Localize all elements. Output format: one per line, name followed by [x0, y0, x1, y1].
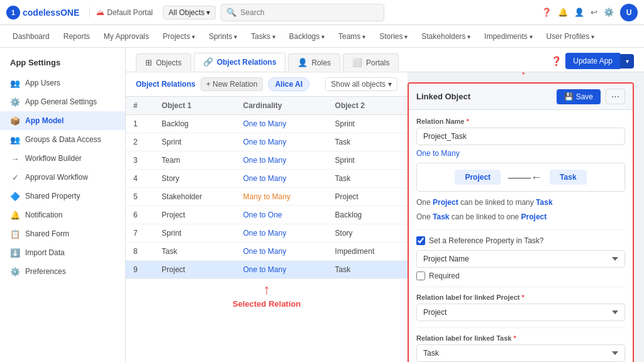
table-row[interactable]: 1 Backlog One to Many Sprint: [126, 115, 408, 133]
nav-sprints[interactable]: Sprints: [203, 28, 243, 45]
app-name: codelessONE: [23, 8, 79, 18]
search-bar[interactable]: 🔍: [221, 4, 384, 21]
nav-dashboard[interactable]: Dashboard: [6, 28, 56, 45]
save-label: Save: [576, 92, 593, 101]
relations-table-wrapper: # Object 1 Cardinality Object 2 1 Backlo…: [126, 97, 408, 362]
relation-label-project-select[interactable]: Project: [416, 304, 625, 321]
table-row[interactable]: 8 Task One to Many Impediment: [126, 243, 408, 261]
settings-icon[interactable]: ⚙️: [604, 8, 614, 17]
show-all-objects-button[interactable]: Show all objects ▾: [325, 77, 397, 91]
cell-cardinality[interactable]: One to Many: [236, 261, 328, 279]
search-input[interactable]: [240, 8, 379, 17]
relations-table: # Object 1 Cardinality Object 2 1 Backlo…: [126, 97, 408, 279]
divider-1: [416, 229, 625, 230]
sidebar-item-shared-property[interactable]: 🔷 Shared Property: [0, 187, 125, 206]
users-icon[interactable]: 👤: [574, 8, 584, 17]
sidebar-label-approval-workflow: Approval Workflow: [25, 173, 88, 182]
save-icon: 💾: [564, 92, 574, 101]
sidebar-label-app-model: App Model: [25, 116, 64, 125]
roles-tab-icon: 👤: [297, 58, 308, 67]
cell-obj2: Story: [328, 224, 408, 243]
sidebar-item-workflow-builder[interactable]: → Workflow Builder: [0, 149, 125, 168]
nav-backlogs[interactable]: Backlogs: [283, 28, 331, 45]
table-row[interactable]: 2 Sprint One to Many Task: [126, 133, 408, 151]
sidebar-item-notification[interactable]: 🔔 Notification: [0, 206, 125, 224]
sidebar-label-import-data: Import Data: [25, 248, 65, 257]
help-icon-tab[interactable]: ❓: [551, 56, 562, 66]
update-app-dropdown-button[interactable]: ▾: [620, 54, 634, 69]
sidebar-item-approval-workflow[interactable]: ✓ Approval Workflow: [0, 168, 125, 187]
cell-cardinality[interactable]: One to Many: [236, 115, 328, 133]
cell-num: 2: [126, 133, 154, 151]
reference-property-checkbox[interactable]: [416, 236, 425, 245]
cardinality-link[interactable]: One to Many: [416, 149, 625, 158]
cell-cardinality[interactable]: One to Many: [236, 170, 328, 188]
help-icon[interactable]: ❓: [541, 8, 552, 17]
cell-cardinality[interactable]: One to Many: [236, 133, 328, 151]
tab-objects[interactable]: ⊞ Objects: [136, 53, 191, 71]
cell-num: 5: [126, 188, 154, 206]
reference-property-select[interactable]: Project Name: [416, 250, 625, 268]
relation-name-input[interactable]: [416, 128, 625, 145]
history-icon[interactable]: ↩: [591, 8, 597, 17]
tab-roles[interactable]: 👤 Roles: [288, 53, 340, 71]
table-row[interactable]: 6 Project One to One Backlog: [126, 206, 408, 224]
cell-obj2: Project: [328, 188, 408, 206]
bell-icon[interactable]: 🔔: [558, 8, 568, 17]
portal-selector[interactable]: ⛰ Default Portal: [89, 8, 153, 17]
col-num: #: [126, 97, 154, 115]
cell-cardinality[interactable]: Many to Many: [236, 188, 328, 206]
nav-stakeholders[interactable]: Stakeholders: [415, 28, 477, 45]
toolbar-tab-object-relations[interactable]: Object Relations: [136, 80, 196, 89]
cell-cardinality[interactable]: One to Many: [236, 151, 328, 170]
table-row[interactable]: 9 Project One to Many Task: [126, 261, 408, 279]
required-checkbox[interactable]: [416, 272, 425, 280]
sidebar-item-general-settings[interactable]: ⚙️ App General Settings: [0, 92, 125, 111]
show-all-label: Show all objects: [331, 80, 386, 89]
table-row[interactable]: 3 Team One to Many Sprint: [126, 151, 408, 170]
nav-impediments[interactable]: Impediments: [478, 28, 538, 45]
nav-projects[interactable]: Projects: [157, 28, 201, 45]
objects-dropdown[interactable]: All Objects ▾: [163, 6, 216, 19]
cell-cardinality[interactable]: One to Many: [236, 243, 328, 261]
cell-cardinality[interactable]: One to One: [236, 206, 328, 224]
more-options-button[interactable]: ⋯: [606, 89, 625, 104]
desc2-highlight1: Task: [433, 212, 449, 221]
nav-tasks[interactable]: Tasks: [245, 28, 281, 45]
save-button[interactable]: 💾 Save: [557, 89, 601, 104]
tab-object-relations[interactable]: 🔗 Object Relations: [194, 53, 286, 72]
nav-teams[interactable]: Teams: [332, 28, 372, 45]
sidebar-item-import-data[interactable]: ⬇️ Import Data: [0, 243, 125, 262]
relations-tab-icon: 🔗: [203, 57, 213, 67]
portal-label: Default Portal: [107, 8, 153, 17]
import-data-icon: ⬇️: [10, 248, 20, 258]
table-toolbar: Object Relations + New Relation Alice AI…: [126, 72, 408, 97]
new-relation-button[interactable]: + New Relation: [201, 77, 264, 91]
avatar[interactable]: U: [620, 4, 638, 21]
nav-reports[interactable]: Reports: [57, 28, 96, 45]
cell-cardinality[interactable]: One to Many: [236, 224, 328, 243]
sidebar-item-app-model[interactable]: 📦 App Model: [0, 111, 125, 130]
tab-portals[interactable]: ⬜ Portals: [343, 53, 399, 71]
sidebar-item-groups[interactable]: 👥 Groups & Data Access: [0, 130, 125, 149]
sidebar-item-shared-form[interactable]: 📋 Shared Form: [0, 224, 125, 243]
sidebar-label-shared-property: Shared Property: [25, 192, 80, 200]
nav-approvals[interactable]: My Approvals: [97, 28, 155, 45]
cell-obj1: Backlog: [154, 115, 235, 133]
table-row[interactable]: 7 Sprint One to Many Story: [126, 224, 408, 243]
sidebar-item-preferences[interactable]: ⚙️ Preferences: [0, 262, 125, 281]
objects-label: All Objects: [169, 8, 204, 17]
sidebar-item-app-users[interactable]: 👥 App Users: [0, 74, 125, 92]
panel-body: Relation Name * One to Many Project —— ←: [409, 110, 633, 362]
nav-stories[interactable]: Stories: [373, 28, 414, 45]
update-app-button[interactable]: Update App: [565, 53, 620, 69]
nav-user-profiles[interactable]: User Profiles: [540, 28, 601, 45]
cell-num: 9: [126, 261, 154, 279]
sidebar-title: App Settings: [0, 54, 125, 74]
relation-label-task-select[interactable]: Task: [416, 344, 625, 362]
diag-arrow-icon: —— ←: [508, 171, 542, 184]
table-row[interactable]: 5 Stakeholder Many to Many Project: [126, 188, 408, 206]
cell-num: 1: [126, 115, 154, 133]
alice-ai-button[interactable]: Alice AI: [268, 77, 309, 91]
table-row[interactable]: 4 Story One to Many Task: [126, 170, 408, 188]
